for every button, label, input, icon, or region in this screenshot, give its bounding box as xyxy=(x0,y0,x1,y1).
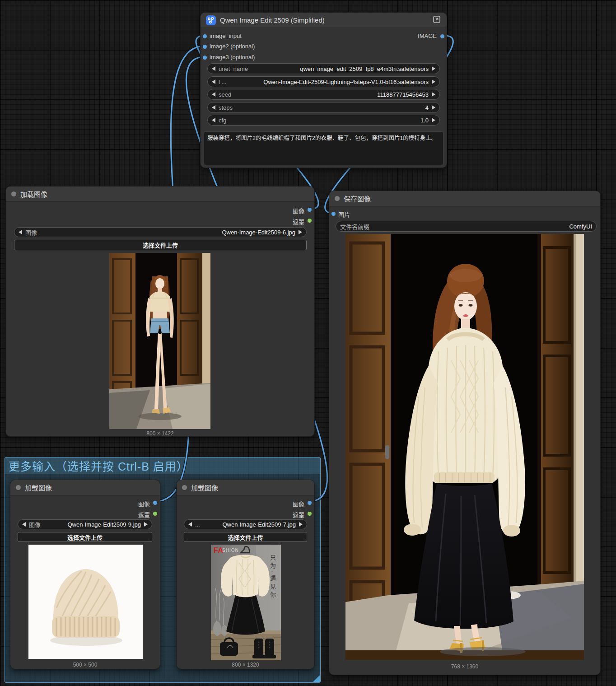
node-title: 加载图像 xyxy=(25,483,52,492)
node-load-image-outfit[interactable]: 加载图像 图像 遮罩 ... Qwen-Image-Edit2509-7.jpg… xyxy=(176,480,315,669)
arrow-left-icon[interactable] xyxy=(19,230,22,234)
arrow-right-icon[interactable] xyxy=(432,105,435,110)
prompt-textarea[interactable]: 服装穿搭，将图片2的毛线编织帽子和图片2的衣服、鞋子、包包，穿搭到图片1的模特身… xyxy=(204,131,443,165)
input-label-image3: image3 (optional) xyxy=(210,54,255,61)
node-header[interactable]: 加载图像 xyxy=(177,480,314,495)
arrow-left-icon[interactable] xyxy=(212,105,215,110)
group-resize-handle[interactable] xyxy=(313,675,320,682)
widget-lora-name[interactable]: l ... Qwen-Image-Edit-2509-Lightning-4st… xyxy=(207,76,440,87)
input-port-image2[interactable] xyxy=(203,45,207,49)
image-dimensions: 768 × 1360 xyxy=(329,663,600,670)
widget-filename-prefix[interactable]: 文件名前缀 ComfyUI xyxy=(336,221,597,232)
arrow-right-icon[interactable] xyxy=(432,92,435,97)
arrow-right-icon[interactable] xyxy=(432,118,435,122)
output-label-mask: 遮罩 xyxy=(138,510,150,519)
node-qwen-header[interactable]: Qwen Image Edit 2509 (Simplified) xyxy=(201,13,447,28)
arrow-right-icon[interactable] xyxy=(144,522,148,527)
node-header[interactable]: 加载图像 xyxy=(10,480,160,495)
node-load-image-main[interactable]: 加载图像 图像 遮罩 图像 Qwen-Image-Edit2509-6.jpg … xyxy=(5,186,315,437)
output-port-image[interactable] xyxy=(308,501,312,505)
node-title: 保存图像 xyxy=(344,194,371,203)
output-label-image: 图像 xyxy=(293,206,304,215)
widget-unet-name[interactable]: unet_name qwen_image_edit_2509_fp8_e4m3f… xyxy=(207,63,440,74)
group-titlebar[interactable]: 更多输入（选择并按 Ctrl-B 启用） xyxy=(5,457,320,474)
widget-image-file[interactable]: 图像 Qwen-Image-Edit2509-6.jpg xyxy=(14,227,307,237)
collapse-dot-icon[interactable] xyxy=(182,485,187,490)
output-label-mask: 遮罩 xyxy=(293,510,304,519)
node-header[interactable]: 保存图像 xyxy=(329,191,600,206)
upload-button[interactable]: 选择文件上传 xyxy=(184,532,307,542)
widget-image-file[interactable]: ... Qwen-Image-Edit2509-7.jpg xyxy=(184,519,307,529)
collapse-dot-icon[interactable] xyxy=(16,485,21,490)
arrow-right-icon[interactable] xyxy=(432,79,435,84)
image-dimensions: 800 × 1320 xyxy=(177,662,314,668)
upload-button[interactable]: 选择文件上传 xyxy=(18,532,152,542)
image-dimensions: 800 × 1422 xyxy=(6,430,314,437)
input-label-image-input: image_input xyxy=(210,33,242,39)
arrow-left-icon[interactable] xyxy=(188,522,192,527)
arrow-left-icon[interactable] xyxy=(212,118,215,122)
node-load-image-hat[interactable]: 加载图像 图像 遮罩 图像 Qwen-Image-Edit2509-9.jpg … xyxy=(10,480,160,669)
widget-seed[interactable]: seed 1118877715456453 xyxy=(207,89,440,100)
arrow-left-icon[interactable] xyxy=(22,522,26,527)
node-graph-icon xyxy=(206,15,216,25)
group-title: 更多输入（选择并按 Ctrl-B 启用） xyxy=(9,457,188,474)
collapse-dot-icon[interactable] xyxy=(11,191,16,196)
input-label-image2: image2 (optional) xyxy=(210,43,255,50)
image-preview-outfit: FA SHION 只为·遇见你 xyxy=(211,545,281,660)
arrow-right-icon[interactable] xyxy=(432,66,435,71)
output-port-image[interactable] xyxy=(308,208,312,212)
arrow-left-icon[interactable] xyxy=(212,79,215,84)
input-port-image-input[interactable] xyxy=(203,34,207,38)
graph-canvas[interactable]: 更多输入（选择并按 Ctrl-B 启用） Qwen Image Edit 250… xyxy=(0,0,616,686)
widget-image-file[interactable]: 图像 Qwen-Image-Edit2509-9.jpg xyxy=(18,519,152,529)
output-port-mask[interactable] xyxy=(308,512,312,516)
image-preview-result xyxy=(345,234,584,660)
arrow-left-icon[interactable] xyxy=(212,92,215,97)
node-title: Qwen Image Edit 2509 (Simplified) xyxy=(220,16,325,24)
output-port-mask[interactable] xyxy=(308,219,312,223)
output-label-image: 图像 xyxy=(138,499,150,508)
upload-button[interactable]: 选择文件上传 xyxy=(14,240,307,250)
output-port-image[interactable] xyxy=(440,34,444,38)
node-save-image[interactable]: 保存图像 图片 文件名前缀 ComfyUI xyxy=(329,191,601,675)
arrow-left-icon[interactable] xyxy=(212,66,215,71)
node-header[interactable]: 加载图像 xyxy=(6,187,314,202)
output-label-mask: 遮罩 xyxy=(293,217,304,226)
widget-cfg[interactable]: cfg 1.0 xyxy=(207,115,440,126)
input-port-image[interactable] xyxy=(331,212,336,216)
arrow-right-icon[interactable] xyxy=(299,230,302,234)
widget-steps[interactable]: steps 4 xyxy=(207,102,440,113)
output-label-image: 图像 xyxy=(293,499,304,508)
node-title: 加载图像 xyxy=(20,189,47,199)
expand-icon[interactable] xyxy=(432,15,441,25)
output-port-mask[interactable] xyxy=(153,512,157,516)
image-preview-model xyxy=(109,253,210,429)
node-qwen-image-edit[interactable]: Qwen Image Edit 2509 (Simplified) image_… xyxy=(200,12,447,168)
image-dimensions: 500 × 500 xyxy=(10,662,160,668)
collapse-dot-icon[interactable] xyxy=(335,196,340,201)
input-label-image: 图片 xyxy=(338,210,350,219)
output-label-image: IMAGE xyxy=(418,33,437,39)
node-title: 加载图像 xyxy=(191,483,218,492)
arrow-right-icon[interactable] xyxy=(299,522,303,527)
image-preview-hat xyxy=(28,545,143,659)
input-port-image3[interactable] xyxy=(203,56,207,60)
output-port-image[interactable] xyxy=(153,501,157,505)
